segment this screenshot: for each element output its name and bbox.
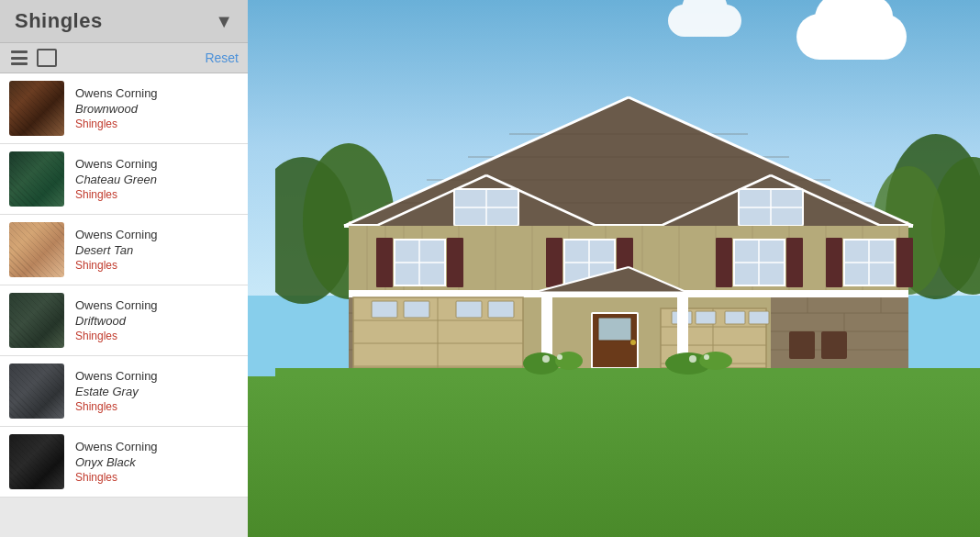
item-name-brownwood: Brownwood [75, 102, 158, 116]
svg-point-99 [630, 340, 636, 345]
svg-rect-107 [789, 331, 815, 342]
item-name-driftwood: Driftwood [75, 314, 158, 328]
svg-point-117 [557, 354, 562, 360]
item-brand-desert-tan: Owens Corning [75, 228, 158, 241]
items-list: Owens CorningBrownwoodShinglesOwens Corn… [0, 73, 248, 537]
swatch-driftwood [9, 293, 64, 348]
svg-point-112 [523, 352, 560, 375]
svg-rect-84 [372, 301, 397, 318]
svg-rect-85 [404, 301, 429, 318]
svg-rect-70 [716, 238, 732, 287]
svg-rect-65 [546, 238, 562, 287]
svg-point-116 [542, 355, 550, 363]
item-info-desert-tan: Owens CorningDesert TanShingles [75, 228, 158, 272]
item-category-desert-tan: Shingles [75, 259, 158, 272]
item-name-chateau-green: Chateau Green [75, 173, 158, 186]
svg-rect-87 [488, 301, 514, 318]
item-category-brownwood: Shingles [75, 117, 158, 130]
item-category-onyx-black: Shingles [75, 471, 158, 484]
house-scene [248, 0, 980, 537]
item-brand-driftwood: Owens Corning [75, 298, 158, 312]
item-brand-onyx-black: Owens Corning [75, 440, 158, 453]
list-view-button[interactable] [9, 49, 29, 67]
item-category-chateau-green: Shingles [75, 188, 158, 201]
item-info-estate-gray: Owens CorningEstate GrayShingles [75, 369, 158, 413]
item-info-brownwood: Owens CorningBrownwoodShingles [75, 86, 158, 130]
cloud-2 [668, 5, 741, 37]
swatch-onyx-black [9, 434, 64, 489]
chevron-down-icon[interactable]: ▼ [215, 11, 233, 32]
svg-rect-86 [456, 301, 482, 318]
list-item-desert-tan[interactable]: Owens CorningDesert TanShingles [0, 215, 248, 285]
lawn [248, 376, 980, 538]
left-panel: Shingles ▼ Reset Owens CorningBrownwoodS… [0, 0, 248, 537]
svg-point-115 [699, 352, 732, 370]
svg-rect-94 [696, 311, 716, 324]
list-item-driftwood[interactable]: Owens CorningDriftwoodShingles [0, 285, 248, 356]
reset-button[interactable]: Reset [205, 50, 239, 65]
svg-point-118 [689, 355, 696, 363]
item-info-chateau-green: Owens CorningChateau GreenShingles [75, 157, 158, 201]
svg-point-113 [555, 352, 583, 370]
item-name-onyx-black: Onyx Black [75, 455, 158, 469]
svg-rect-76 [896, 238, 913, 287]
list-item-chateau-green[interactable]: Owens CorningChateau GreenShingles [0, 144, 248, 215]
swatch-brownwood [9, 81, 64, 136]
grid-view-button[interactable] [37, 49, 57, 67]
svg-rect-98 [598, 318, 631, 341]
swatch-estate-gray [9, 364, 64, 419]
item-category-driftwood: Shingles [75, 330, 158, 342]
swatch-chateau-green [9, 151, 64, 207]
item-name-desert-tan: Desert Tan [75, 243, 158, 257]
svg-rect-95 [725, 311, 745, 324]
item-brand-estate-gray: Owens Corning [75, 369, 158, 383]
item-info-onyx-black: Owens CorningOnyx BlackShingles [75, 440, 158, 484]
item-info-driftwood: Owens CorningDriftwoodShingles [75, 298, 158, 342]
item-category-estate-gray: Shingles [75, 400, 158, 413]
svg-point-119 [704, 354, 709, 360]
list-item-brownwood[interactable]: Owens CorningBrownwoodShingles [0, 73, 248, 144]
item-brand-brownwood: Owens Corning [75, 86, 158, 100]
panel-header: Shingles ▼ [0, 0, 248, 43]
house-illustration [275, 47, 980, 386]
right-panel [248, 0, 980, 537]
svg-rect-61 [447, 238, 463, 287]
item-name-estate-gray: Estate Gray [75, 385, 158, 398]
svg-rect-109 [821, 331, 847, 342]
panel-title: Shingles [15, 9, 103, 33]
svg-rect-71 [786, 238, 803, 287]
svg-rect-60 [376, 238, 393, 287]
toolbar: Reset [0, 43, 248, 73]
list-item-onyx-black[interactable]: Owens CorningOnyx BlackShingles [0, 427, 248, 498]
item-brand-chateau-green: Owens Corning [75, 157, 158, 171]
svg-rect-75 [826, 238, 842, 287]
swatch-desert-tan [9, 222, 64, 277]
svg-rect-96 [749, 311, 769, 324]
list-item-estate-gray[interactable]: Owens CorningEstate GrayShingles [0, 356, 248, 427]
